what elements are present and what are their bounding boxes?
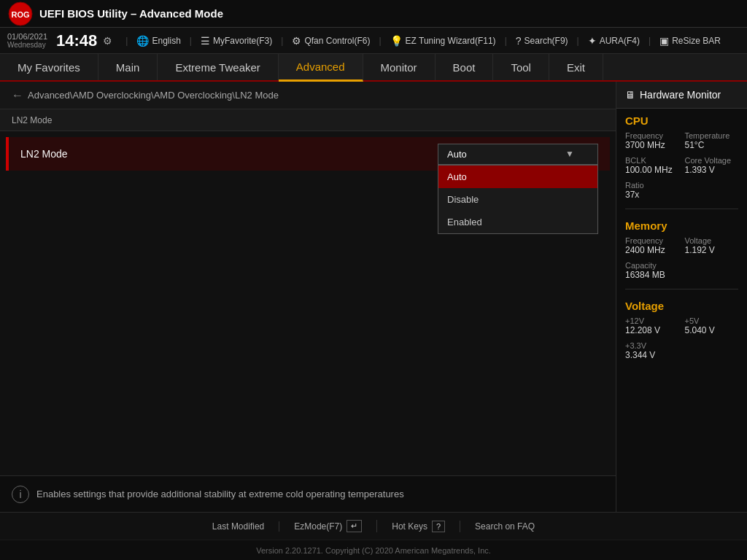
v5-value: 5.040 V [685,325,739,335]
cpu-ratio-label: Ratio [625,181,738,190]
cpu-frequency-label: Frequency [625,131,679,140]
hardware-monitor-panel: 🖥 Hardware Monitor CPU Frequency 3700 MH… [616,82,747,512]
cpu-ratio-col: Ratio 37x [625,181,738,203]
search-faq-button[interactable]: Search on FAQ [460,521,549,532]
voltage-section-title: Voltage [616,294,747,315]
memory-capacity-label: Capacity [625,261,738,270]
cpu-temperature-col: Temperature 51°C [685,131,739,153]
nav-exit[interactable]: Exit [549,54,603,80]
memory-voltage-label: Voltage [685,236,739,245]
cpu-temperature-value: 51°C [685,140,739,150]
nav-extreme-tweaker[interactable]: Extreme Tweaker [158,54,278,80]
ln2-mode-dropdown[interactable]: Auto ▼ [438,144,598,165]
v12-value: 12.208 V [625,325,679,335]
cpu-ratio-row: Ratio 37x [616,179,747,204]
cpu-memory-divider [625,209,738,209]
scroll-area: LN2 Mode Auto ▼ Auto Disable Enabled [0,131,616,475]
memory-freq-voltage-row: Frequency 2400 MHz Voltage 1.192 V [616,235,747,260]
my-favorite-button[interactable]: ☰ MyFavorite(F3) [196,34,276,48]
dropdown-option-disable[interactable]: Disable [438,188,597,211]
cpu-bclk-voltage-row: BCLK 100.00 MHz Core Voltage 1.393 V [616,155,747,179]
hot-keys-key: ? [432,521,445,532]
aura-button[interactable]: ✦ AURA(F4) [584,34,644,48]
hardware-monitor-title: Hardware Monitor [640,89,721,101]
ez-mode-button[interactable]: EzMode(F7) ↵ [279,520,377,532]
info-text: Enables settings that provide additional… [36,489,404,499]
my-favorite-label: MyFavorite(F3) [213,36,272,46]
resize-icon: ▣ [659,35,669,47]
cpu-bclk-col: BCLK 100.00 MHz [625,156,679,178]
nav-tool[interactable]: Tool [493,54,549,80]
chevron-down-icon: ▼ [565,149,574,159]
last-modified-button[interactable]: Last Modified [198,521,279,532]
memory-capacity-value: 16384 MB [625,270,738,280]
app-title: UEFI BIOS Utility – Advanced Mode [39,7,223,20]
nav-bar: My Favorites Main Extreme Tweaker Advanc… [0,54,747,82]
time-display: 14:48 [56,31,97,50]
cpu-bclk-value: 100.00 MHz [625,165,679,175]
cpu-frequency-col: Frequency 3700 MHz [625,131,679,153]
ez-tuning-button[interactable]: 💡 EZ Tuning Wizard(F11) [386,34,500,48]
settings-icon[interactable]: ⚙ [103,35,112,47]
cpu-freq-temp-row: Frequency 3700 MHz Temperature 51°C [616,130,747,155]
aura-icon: ✦ [588,35,597,47]
cpu-frequency-value: 3700 MHz [625,140,679,150]
qfan-button[interactable]: ⚙ Qfan Control(F6) [287,34,374,48]
hardware-monitor-header: 🖥 Hardware Monitor [616,82,747,109]
ez-mode-key: ↵ [347,520,362,532]
memory-voltage-value: 1.192 V [685,245,739,255]
search-button[interactable]: ? Search(F9) [511,34,573,48]
resize-label: ReSize BAR [672,36,721,46]
hot-keys-button[interactable]: Hot Keys ? [377,521,460,532]
logo-area: ROG UEFI BIOS Utility – Advanced Mode [7,1,223,27]
breadcrumb-path: Advanced\AMD Overclocking\AMD Overclocki… [28,90,279,101]
breadcrumb: ← Advanced\AMD Overclocking\AMD Overcloc… [0,82,616,109]
section-label: LN2 Mode [0,109,616,131]
aura-label: AURA(F4) [600,36,640,46]
nav-favorites[interactable]: My Favorites [0,54,98,80]
nav-monitor[interactable]: Monitor [363,54,436,80]
memory-capacity-col: Capacity 16384 MB [625,261,738,283]
v12-col: +12V 12.208 V [625,316,679,338]
memory-voltage-divider [625,289,738,289]
language-selector[interactable]: 🌐 English [132,34,185,48]
copyright-text: Version 2.20.1271. Copyright (C) 2020 Am… [256,546,491,555]
v33-value: 3.344 V [625,350,738,360]
resize-bar-button[interactable]: ▣ ReSize BAR [655,34,725,48]
hot-keys-label: Hot Keys [392,521,427,532]
back-button[interactable]: ← [12,89,23,102]
voltage-33-row: +3.3V 3.344 V [616,340,747,365]
question-icon: ? [516,35,522,47]
search-label: Search(F9) [525,36,568,46]
dropdown-option-auto[interactable]: Auto [438,166,597,188]
cpu-core-voltage-value: 1.393 V [685,165,739,175]
left-content: ← Advanced\AMD Overclocking\AMD Overcloc… [0,82,616,512]
qfan-label: Qfan Control(F6) [304,36,370,46]
favorite-icon: ☰ [201,35,210,47]
nav-boot[interactable]: Boot [436,54,494,80]
ez-tuning-label: EZ Tuning Wizard(F11) [406,36,496,46]
v5-col: +5V 5.040 V [685,316,739,338]
nav-advanced[interactable]: Advanced [279,54,363,82]
monitor-icon: 🖥 [625,89,635,101]
toolbar: 01/06/2021 Wednesday 14:48 ⚙ | 🌐 English… [0,28,747,54]
v12-label: +12V [625,316,679,325]
svg-text:ROG: ROG [11,10,29,19]
date-display: 01/06/2021 [7,32,47,41]
memory-frequency-col: Frequency 2400 MHz [625,236,679,258]
v33-col: +3.3V 3.344 V [625,341,738,363]
v5-label: +5V [685,316,739,325]
dropdown-list: Auto Disable Enabled [438,165,598,234]
dropdown-option-enabled[interactable]: Enabled [438,211,597,233]
voltage-12-5-row: +12V 12.208 V +5V 5.040 V [616,315,747,340]
nav-main[interactable]: Main [98,54,158,80]
memory-section-title: Memory [616,214,747,235]
ln2-mode-row: LN2 Mode Auto ▼ Auto Disable Enabled [6,137,610,171]
ln2-mode-label: LN2 Mode [20,148,438,160]
info-icon: i [12,486,29,503]
rog-logo: ROG [7,1,34,27]
header: ROG UEFI BIOS Utility – Advanced Mode [0,0,747,28]
ln2-mode-control[interactable]: Auto ▼ Auto Disable Enabled [438,144,598,165]
v33-label: +3.3V [625,341,738,350]
fan-icon: ⚙ [292,35,301,47]
